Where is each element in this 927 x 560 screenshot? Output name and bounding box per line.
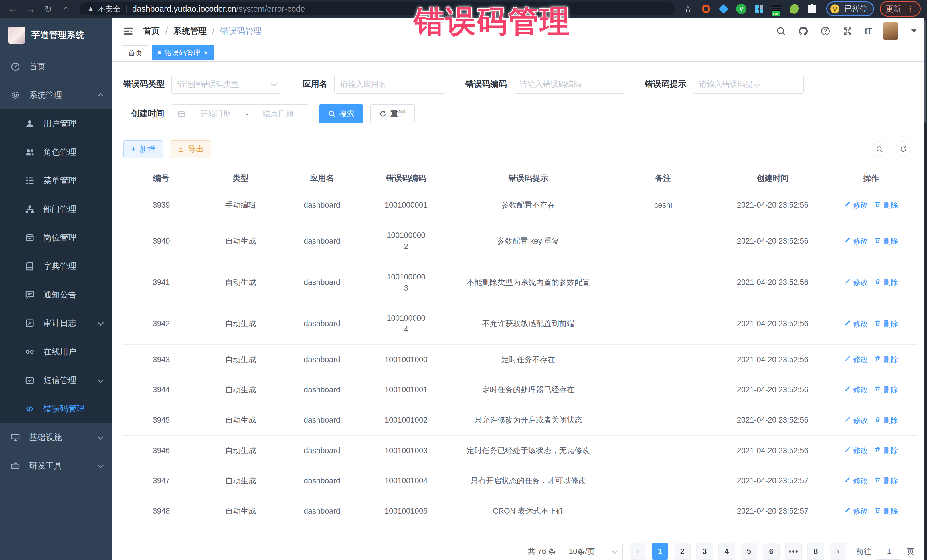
export-button[interactable]: 导出 [170,140,211,158]
browser-profile-button[interactable]: 已暂停 [826,2,874,16]
page-button[interactable]: 6 [763,543,780,560]
extension-icon[interactable] [806,3,818,15]
table-row[interactable]: 3943自动生成dashboard1001001000定时任务不存在2021-0… [123,345,917,375]
scrollbar-thumb[interactable] [924,20,926,123]
sidebar-item-notice[interactable]: 通知公告 [0,281,112,309]
edit-link[interactable]: 修改 [844,446,868,456]
browser-reload-icon[interactable]: ↻ [40,0,56,18]
hamburger-icon[interactable] [122,25,135,37]
sidebar-item-role[interactable]: 角色管理 [0,138,112,167]
sidebar-item-menu[interactable]: 菜单管理 [0,167,112,195]
delete-link[interactable]: 删除 [874,278,898,287]
more-pages-button[interactable]: ••• [785,543,802,560]
edit-link[interactable]: 修改 [844,506,868,516]
address-bar[interactable]: ▲ 不安全 dashboard.yudao.iocoder.cn/system/… [79,2,675,15]
table-row[interactable]: 3944自动生成dashboard1001001001定时任务的处理器已经存在2… [123,375,917,405]
reset-button[interactable]: 重置 [370,104,415,123]
refresh-table-button[interactable] [896,141,911,157]
app-logo[interactable]: 芋道管理系统 [0,18,112,52]
extension-icon[interactable]: on [771,3,783,15]
add-button[interactable]: + 新增 [123,140,163,158]
sidebar-item-dict[interactable]: 字典管理 [0,252,112,281]
browser-back-icon[interactable]: ← [5,0,21,18]
edit-link[interactable]: 修改 [844,200,868,210]
fullscreen-icon[interactable] [842,26,853,36]
delete-link[interactable]: 删除 [874,506,898,516]
sidebar-item-online[interactable]: 在线用户 [0,338,112,366]
sidebar-item-user[interactable]: 用户管理 [0,109,112,138]
bookmark-star-icon[interactable]: ☆ [684,3,692,15]
edit-link[interactable]: 修改 [844,236,868,246]
browser-home-icon[interactable]: ⌂ [58,0,74,18]
sidebar-item-home[interactable]: 首页 [0,52,112,81]
app-name-input[interactable] [334,75,445,94]
chevron-down-icon[interactable] [911,29,917,33]
goto-page-input[interactable] [876,543,902,560]
page-button[interactable]: 2 [674,543,690,560]
browser-menu-icon[interactable]: ⋮ [906,4,915,14]
extension-icon[interactable] [789,3,800,15]
sidebar-item-sms[interactable]: 短信管理 [0,366,112,395]
page-button[interactable]: 4 [719,543,735,560]
show-search-button[interactable] [872,141,887,157]
tab-error-code[interactable]: 错误码管理× [152,46,214,60]
help-icon[interactable] [820,26,831,36]
breadcrumb-home[interactable]: 首页 [143,25,160,37]
edit-link[interactable]: 修改 [844,416,868,425]
next-page-button[interactable]: › [830,543,846,560]
table-row[interactable]: 3941自动生成dashboard100100000 3不能删除类型为系统内置的… [123,262,917,304]
user-avatar[interactable] [883,22,898,40]
delete-link[interactable]: 删除 [874,319,898,329]
edit-link[interactable]: 修改 [844,319,868,329]
table-row[interactable]: 3947自动生成dashboard1001001004只有开启状态的任务，才可以… [123,466,917,496]
error-code-input[interactable] [514,75,625,94]
table-row[interactable]: 3942自动生成dashboard100100000 4不允许获取敏感配置到前端… [123,304,917,345]
sidebar-item-errorcode[interactable]: 错误码管理 [0,395,112,423]
edit-link[interactable]: 修改 [844,355,868,365]
search-button[interactable]: 搜索 [319,104,363,123]
error-msg-input[interactable] [693,75,804,94]
browser-forward-icon[interactable]: → [22,0,39,18]
page-size-select[interactable]: 10条/页 [563,543,623,560]
sidebar-item-audit[interactable]: 审计日志 [0,309,112,338]
delete-link[interactable]: 删除 [874,476,898,486]
page-button[interactable]: 5 [741,543,757,560]
page-button[interactable]: 8 [807,543,824,560]
search-icon[interactable] [775,26,786,36]
edit-link[interactable]: 修改 [844,278,868,287]
sidebar-item-post[interactable]: 岗位管理 [0,223,112,252]
breadcrumb-system[interactable]: 系统管理 [173,25,207,37]
sidebar-item-infra[interactable]: 基础设施 [0,423,112,452]
table-row[interactable]: 3940自动生成dashboard100100000 2参数配置 key 重复2… [123,220,917,262]
extension-icon[interactable]: V [736,3,747,15]
tab-home[interactable]: 首页 [122,46,148,60]
delete-link[interactable]: 删除 [874,355,898,365]
table-row[interactable]: 3946自动生成dashboard1001001003定时任务已经处于该状态，无… [123,436,917,466]
date-range-picker[interactable]: 开始日期 - 结束日期 [171,104,309,123]
scrollbar[interactable] [924,18,927,560]
close-icon[interactable]: × [204,49,208,56]
page-button[interactable]: 3 [696,543,713,560]
table-row[interactable]: 3945自动生成dashboard1001001002只允许修改为开启或者关闭状… [123,405,917,436]
github-icon[interactable] [798,26,808,36]
extension-icon[interactable] [700,3,712,15]
table-row[interactable]: 3948自动生成dashboard1001001005CRON 表达式不正确20… [123,496,917,527]
error-type-select[interactable]: 请选择错误码类型 [172,75,282,94]
delete-link[interactable]: 删除 [874,446,898,456]
edit-link[interactable]: 修改 [844,476,868,486]
extension-icon[interactable] [718,3,729,15]
delete-link[interactable]: 删除 [874,416,898,425]
not-secure-indicator[interactable]: ▲ 不安全 [87,4,120,14]
table-row[interactable]: 3939手动编辑dashboard1001000001参数配置不存在ceshi2… [123,190,917,220]
delete-link[interactable]: 删除 [874,200,898,210]
extension-icon[interactable] [753,3,765,15]
edit-link[interactable]: 修改 [844,385,868,395]
browser-update-button[interactable]: 更新 ⋮ [880,1,921,17]
delete-link[interactable]: 删除 [874,236,898,246]
sidebar-item-system[interactable]: 系统管理 [0,81,112,109]
prev-page-button[interactable]: ‹ [629,543,646,560]
delete-link[interactable]: 删除 [874,385,898,395]
font-size-icon[interactable]: tT [865,26,872,36]
page-button[interactable]: 1 [652,543,668,560]
sidebar-item-dept[interactable]: 部门管理 [0,195,112,223]
